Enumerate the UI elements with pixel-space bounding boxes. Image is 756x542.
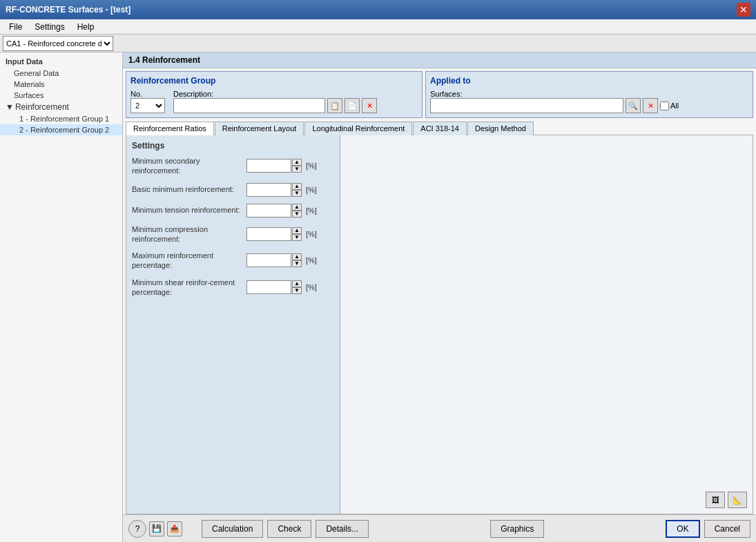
field-min-tension: Minimum tension reinforcement: 0.00 ▲ ▼ … bbox=[132, 204, 334, 217]
corner-icons: 🖼 📐 bbox=[343, 489, 750, 511]
main-panel: 1.4 Reinforcement Reinforcement Group No… bbox=[123, 52, 756, 542]
sidebar-group-reinforcement[interactable]: ▼ Reinforcement bbox=[0, 101, 122, 113]
export-button[interactable]: 📤 bbox=[167, 521, 182, 536]
sidebar-item-general[interactable]: General Data bbox=[0, 68, 122, 79]
right-panel: 🖼 📐 bbox=[340, 135, 753, 514]
input-min-compression[interactable]: 0.00 bbox=[246, 227, 291, 241]
cancel-button[interactable]: Cancel bbox=[704, 520, 750, 538]
rg-title: Reinforcement Group bbox=[130, 76, 418, 86]
at-surfaces-label: Surfaces: bbox=[430, 90, 748, 98]
all-label: All bbox=[670, 101, 679, 110]
rg-no-label: No. bbox=[130, 90, 165, 98]
check-button[interactable]: Check bbox=[267, 520, 311, 538]
menu-help[interactable]: Help bbox=[71, 21, 101, 33]
input-min-secondary[interactable]: 20.00 bbox=[246, 159, 291, 173]
tabs-row: Reinforcement Ratios Reinforcement Layou… bbox=[126, 121, 753, 135]
rg-no-select[interactable]: 2 bbox=[130, 98, 165, 113]
input-min-shear[interactable]: 0.00 bbox=[246, 280, 291, 294]
tab-design-method[interactable]: Design Method bbox=[467, 122, 534, 135]
spin-down-0[interactable]: ▼ bbox=[292, 166, 302, 173]
menu-file[interactable]: File bbox=[3, 21, 28, 33]
toolbar: CA1 - Reinforced concrete desi bbox=[0, 35, 756, 52]
sidebar: Input Data General Data Materials Surfac… bbox=[0, 52, 123, 542]
help-button[interactable]: ? bbox=[128, 520, 146, 538]
unit-3: [%] bbox=[306, 230, 317, 238]
bottom-toolbar: ? 💾 📤 Calculation Check Details... Graph… bbox=[123, 514, 756, 542]
field-min-shear: Minimum shear reinfor-cement percentage:… bbox=[132, 278, 334, 298]
rg-paste-btn[interactable]: 📄 bbox=[345, 98, 360, 113]
spin-down-1[interactable]: ▼ bbox=[292, 190, 302, 197]
field-label-0: Minimum secondary reinforcement: bbox=[132, 156, 242, 176]
field-label-5: Minimum shear reinfor-cement percentage: bbox=[132, 278, 242, 298]
details-button[interactable]: Details... bbox=[316, 520, 369, 538]
tab-reinforcement-layout[interactable]: Reinforcement Layout bbox=[215, 122, 304, 135]
rg-delete-btn[interactable]: ✕ bbox=[362, 98, 377, 113]
tab-content-area: Settings Minimum secondary reinforcement… bbox=[126, 135, 753, 514]
graphics-button[interactable]: Graphics bbox=[490, 520, 544, 538]
sidebar-item-rg2[interactable]: 2 - Reinforcement Group 2 bbox=[0, 124, 122, 135]
settings-panel: Settings Minimum secondary reinforcement… bbox=[126, 135, 340, 514]
spin-down-3[interactable]: ▼ bbox=[292, 234, 302, 241]
field-label-1: Basic minimum reinforcement: bbox=[132, 184, 242, 194]
spin-down-2[interactable]: ▼ bbox=[292, 211, 302, 217]
ok-button[interactable]: OK bbox=[666, 520, 699, 538]
sidebar-item-surfaces[interactable]: Surfaces bbox=[0, 90, 122, 101]
spin-up-3[interactable]: ▲ bbox=[292, 227, 302, 234]
input-min-tension[interactable]: 0.00 bbox=[246, 204, 291, 217]
tab-longitudinal-reinforcement[interactable]: Longitudinal Reinforcement bbox=[304, 122, 412, 135]
field-min-compression: Minimum compression reinforcement: 0.00 … bbox=[132, 224, 334, 244]
settings-title: Settings bbox=[132, 141, 334, 151]
applied-to-section: Applied to Surfaces: 1 🔍 ✕ All bbox=[425, 71, 753, 118]
panel-header: 1.4 Reinforcement bbox=[123, 52, 756, 68]
icon-btn-right[interactable]: 📐 bbox=[728, 492, 747, 508]
unit-0: [%] bbox=[306, 162, 317, 170]
tab-reinforcement-ratios[interactable]: Reinforcement Ratios bbox=[126, 122, 214, 135]
field-label-4: Maximum reinforcement percentage: bbox=[132, 251, 242, 271]
at-title: Applied to bbox=[430, 76, 748, 86]
tree-expand-icon: ▼ bbox=[6, 102, 14, 112]
title-bar: RF-CONCRETE Surfaces - [test] ✕ bbox=[0, 0, 756, 19]
field-label-3: Minimum compression reinforcement: bbox=[132, 224, 242, 244]
window-title: RF-CONCRETE Surfaces - [test] bbox=[6, 5, 130, 14]
rg-desc-label: Description: bbox=[173, 90, 418, 98]
all-checkbox[interactable] bbox=[660, 101, 669, 110]
unit-1: [%] bbox=[306, 186, 317, 194]
field-min-secondary: Minimum secondary reinforcement: 20.00 ▲… bbox=[132, 156, 334, 176]
tab-aci-318-14[interactable]: ACI 318-14 bbox=[413, 122, 467, 135]
rg-copy-btn[interactable]: 📋 bbox=[327, 98, 342, 113]
sidebar-item-materials[interactable]: Materials bbox=[0, 79, 122, 90]
unit-2: [%] bbox=[306, 206, 317, 215]
save-button[interactable]: 💾 bbox=[149, 521, 164, 536]
sidebar-section: Input Data bbox=[0, 55, 122, 68]
calculation-button[interactable]: Calculation bbox=[202, 520, 263, 538]
spin-up-5[interactable]: ▲ bbox=[292, 280, 302, 287]
unit-4: [%] bbox=[306, 256, 317, 264]
spin-up-1[interactable]: ▲ bbox=[292, 183, 302, 190]
field-label-2: Minimum tension reinforcement: bbox=[132, 205, 242, 215]
surfaces-input[interactable]: 1 bbox=[430, 98, 623, 113]
spin-up-0[interactable]: ▲ bbox=[292, 159, 302, 166]
unit-5: [%] bbox=[306, 283, 317, 291]
field-max-reinforcement: Maximum reinforcement percentage: 4.00 ▲… bbox=[132, 251, 334, 271]
sidebar-item-rg1[interactable]: 1 - Reinforcement Group 1 bbox=[0, 113, 122, 124]
at-select-btn[interactable]: 🔍 bbox=[626, 98, 641, 113]
menu-bar: File Settings Help bbox=[0, 19, 756, 35]
at-delete-btn[interactable]: ✕ bbox=[643, 98, 658, 113]
field-basic-min: Basic minimum reinforcement: 0.00 ▲ ▼ [%… bbox=[132, 183, 334, 197]
case-dropdown[interactable]: CA1 - Reinforced concrete desi bbox=[3, 36, 113, 51]
spin-down-5[interactable]: ▼ bbox=[292, 287, 302, 294]
input-basic-min[interactable]: 0.00 bbox=[246, 183, 291, 197]
rg-description-input[interactable]: Reinforcement Group 2 bbox=[173, 98, 325, 113]
spin-up-4[interactable]: ▲ bbox=[292, 253, 302, 260]
menu-settings[interactable]: Settings bbox=[28, 21, 70, 33]
spin-up-2[interactable]: ▲ bbox=[292, 204, 302, 211]
input-max-reinforcement[interactable]: 4.00 bbox=[246, 253, 291, 267]
close-button[interactable]: ✕ bbox=[737, 3, 750, 17]
spin-down-4[interactable]: ▼ bbox=[292, 260, 302, 267]
reinforcement-group-section: Reinforcement Group No. 2 Description: R… bbox=[126, 71, 423, 118]
icon-btn-left[interactable]: 🖼 bbox=[706, 492, 725, 508]
